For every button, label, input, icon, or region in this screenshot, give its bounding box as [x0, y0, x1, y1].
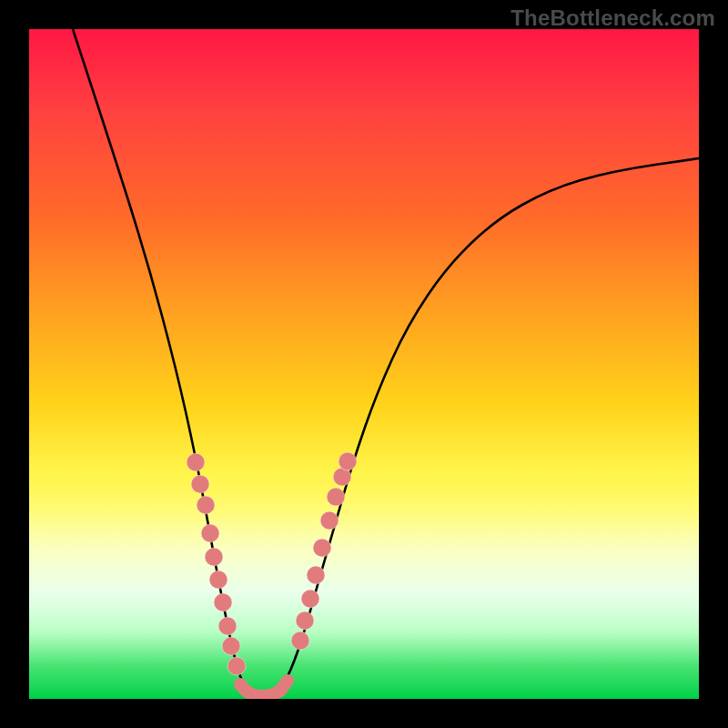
scatter-dot: [191, 475, 209, 493]
scatter-dot: [291, 632, 309, 650]
scatter-dot: [201, 524, 219, 542]
plot-area: [29, 29, 699, 699]
scatter-dot: [320, 511, 339, 530]
scatter-dot: [214, 593, 232, 612]
scatter-dot: [339, 452, 357, 470]
scatter-dot: [307, 566, 325, 584]
scatter-dot: [187, 453, 205, 471]
scatter-dot: [222, 637, 240, 655]
scatter-dot: [296, 612, 314, 630]
trough-connector: [240, 681, 288, 696]
scatter-dot: [313, 539, 331, 557]
scatter-dot: [228, 657, 246, 675]
watermark-text: TheBottleneck.com: [511, 5, 715, 31]
scatter-left-cluster: [187, 453, 246, 675]
curve-right: [275, 158, 699, 696]
scatter-dot: [205, 548, 223, 566]
scatter-dot: [209, 571, 228, 589]
chart-svg: [29, 29, 699, 699]
scatter-right-cluster: [291, 452, 357, 650]
scatter-dot: [327, 488, 345, 506]
scatter-dot: [301, 590, 319, 608]
scatter-dot: [197, 496, 215, 514]
chart-frame: TheBottleneck.com: [0, 0, 728, 728]
scatter-dot: [218, 617, 237, 635]
